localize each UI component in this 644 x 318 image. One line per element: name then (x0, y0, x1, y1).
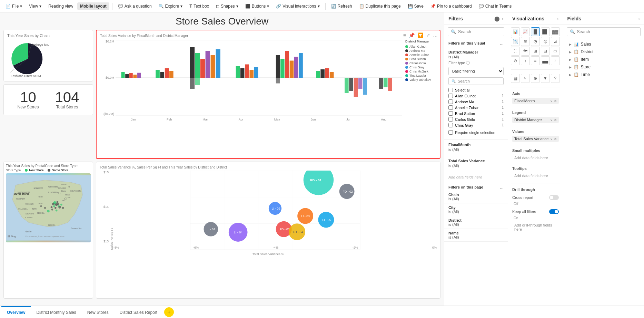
filter-item[interactable]: Carlos Grilo 1 (448, 116, 504, 122)
toolbar-explore[interactable]: 🔍 Explore ▾ (156, 2, 186, 10)
small-multiples-add[interactable]: Add data fields here (512, 155, 559, 161)
viz-matrix-btn[interactable]: ⊟ (541, 47, 550, 56)
name-filter[interactable]: Name is (All) (444, 229, 508, 242)
map-visual[interactable]: Gulf of ⊞ Bing © 2021 TomTom, © 2021 Mic… (6, 173, 91, 242)
viz-treemap-btn[interactable]: ▦ (511, 74, 520, 83)
legend-field-item[interactable]: District Manager ∨ ✕ (512, 117, 559, 123)
scatter-chart-card[interactable]: Total Sales Variance %, Sales Per Sq Ft … (96, 162, 440, 299)
filter-item[interactable]: Annelie Zubar 1 (448, 105, 504, 110)
viz-kpi-btn[interactable]: ↑ (521, 56, 530, 65)
viz-filter-visual-btn[interactable]: ▼ (541, 74, 550, 83)
values-field-remove[interactable]: ✕ (554, 137, 557, 141)
viz-waterfall-btn[interactable]: ▄▄ (541, 56, 550, 65)
filter-item[interactable]: Allan Guinot 1 (448, 93, 504, 99)
cross-report-toggle[interactable] (549, 195, 559, 200)
require-single-checkbox[interactable] (448, 130, 453, 135)
chart-menu-icon[interactable]: ≡ (403, 32, 406, 38)
filter-search-input[interactable] (458, 29, 510, 34)
filter-checkbox[interactable] (448, 105, 453, 110)
viz-slicer-btn[interactable]: ≡ (531, 56, 540, 65)
chevron-down-icon[interactable]: ∨ (550, 99, 553, 103)
filter-type-info-icon[interactable]: ⓘ (466, 61, 470, 65)
district-filter[interactable]: District is (All) (444, 216, 508, 229)
filter-select-all[interactable]: Select all (448, 87, 504, 93)
viz-area-btn[interactable]: 📉 (511, 37, 520, 46)
viz-scatter-btn[interactable]: ⁚⁚ (511, 47, 520, 56)
viz-ribbon-btn[interactable]: ≀ (551, 56, 560, 65)
menu-view[interactable]: View ▾ (26, 2, 44, 10)
select-all-checkbox[interactable] (448, 88, 453, 92)
field-group-item[interactable]: ▶ 📋 Item (567, 56, 640, 63)
chart-more-icon[interactable]: … (433, 32, 438, 38)
chevron-down-icon[interactable]: ∨ (550, 118, 553, 122)
filter-item[interactable]: Brad Sutton 1 (448, 110, 504, 116)
chart-pin-icon[interactable]: 📌 (409, 32, 415, 38)
fields-panel-collapse[interactable]: › (638, 16, 640, 21)
viz-decomp-btn[interactable]: ⑂ (521, 74, 530, 83)
toolbar-shapes[interactable]: ◻ Shapes ▾ (213, 2, 241, 10)
viz-gauge-btn[interactable]: ⊙ (511, 56, 520, 65)
viz-map-btn[interactable]: 🗺 (521, 47, 530, 56)
filter-inner-input[interactable] (458, 79, 505, 83)
chevron-down-icon[interactable]: ∨ (550, 137, 553, 141)
viz-donut-btn[interactable]: ◎ (541, 37, 550, 46)
menu-mobile-layout[interactable]: Mobile layout (77, 2, 109, 10)
field-group-store[interactable]: ▶ 📋 Store (567, 63, 640, 71)
toolbar-chat[interactable]: 💬 Chat in Teams (476, 2, 514, 10)
field-group-district[interactable]: ▶ 📋 District (567, 48, 640, 56)
filter-checkbox[interactable] (448, 94, 453, 98)
filter-inner-search[interactable]: 🔍 (448, 77, 504, 85)
filter-checkbox[interactable] (448, 111, 453, 116)
toolbar-refresh[interactable]: 🔄 Refresh (328, 2, 355, 10)
field-group-sales[interactable]: ▶ 📊 Sales (567, 40, 640, 48)
chart-filter-icon[interactable]: 🔽 (417, 32, 423, 38)
viz-clustered-bar-btn[interactable]: ▐▌ (531, 27, 540, 36)
viz-pie-btn[interactable]: ◔ (531, 37, 540, 46)
chart-expand-icon[interactable]: ⤢ (426, 32, 430, 38)
filter-type-select[interactable]: Basic filtering Advanced filtering (448, 67, 504, 75)
tab-add-button[interactable]: + (164, 307, 174, 317)
axis-field-item[interactable]: FiscalMonth ∨ ✕ (512, 98, 559, 104)
menu-file[interactable]: 📄 File ▾ (3, 2, 25, 10)
viz-stacked-bar-btn[interactable]: █▌ (541, 27, 550, 36)
toolbar-text-box[interactable]: T Text box (187, 2, 212, 10)
viz-100-bar-btn[interactable]: ▓▓ (551, 27, 560, 36)
menu-reading-view[interactable]: Reading view (46, 2, 76, 10)
filter-checkbox[interactable] (448, 117, 453, 122)
viz-line-chart-btn[interactable]: 📈 (521, 27, 530, 36)
fields-search-box[interactable]: 🔍 (567, 27, 641, 36)
viz-panel-expand[interactable]: › (557, 16, 559, 21)
pie-chart[interactable]: Fashions Direct $16M Lindseys $6M (7, 40, 49, 78)
filter-checkbox[interactable] (448, 123, 453, 127)
legend-field-remove[interactable]: ✕ (554, 118, 557, 122)
keep-all-filters-toggle[interactable] (549, 209, 559, 214)
toolbar-buttons[interactable]: ⬛ Buttons ▾ (242, 2, 272, 10)
filter-expand-icon[interactable]: › (502, 16, 504, 21)
viz-card-btn[interactable]: ▭ (551, 47, 560, 56)
toolbar-ask-question[interactable]: 💬 Ask a question (115, 2, 155, 10)
axis-field-remove[interactable]: ✕ (554, 99, 557, 103)
viz-qna-btn[interactable]: ? (551, 74, 560, 83)
viz-bar-chart-btn[interactable]: 📊 (511, 27, 520, 36)
tab-district-sales-report[interactable]: District Sales Report (114, 306, 163, 318)
viz-table-btn[interactable]: ⊞ (531, 47, 540, 56)
toolbar-pin[interactable]: 📌 Pin to a dashboard (428, 2, 475, 10)
bar-chart-card[interactable]: ≡ 📌 🔽 ⤢ … Total Sales Variance by Fiscal… (96, 30, 440, 159)
filter-item[interactable]: Andrew Ma 1 (448, 99, 504, 105)
viz-funnel-btn[interactable]: ⊿ (551, 37, 560, 46)
tab-new-stores[interactable]: New Stores (82, 306, 114, 318)
field-group-time[interactable]: ▶ 📋 Time (567, 71, 640, 78)
fields-search-input[interactable] (577, 29, 637, 34)
tooltips-add[interactable]: Add data fields here (512, 173, 559, 179)
city-filter[interactable]: City is (All) (444, 203, 508, 216)
tab-district-monthly-sales[interactable]: District Monthly Sales (31, 306, 81, 318)
filter-collapse-icon[interactable]: ⬤ (494, 16, 500, 21)
filter-search-box[interactable]: 🔍 (448, 27, 504, 36)
toolbar-duplicate[interactable]: 📋 Duplicate this page (356, 2, 404, 10)
filters-on-page-more[interactable]: … (500, 185, 504, 189)
toolbar-visual-interactions[interactable]: 🔗 Visual interactions ▾ (273, 2, 322, 10)
values-field-item[interactable]: Total Sales Variance ∨ ✕ (512, 136, 559, 142)
filter-checkbox[interactable] (448, 99, 453, 104)
drill-through-add[interactable]: Add drill-through fields here (512, 222, 559, 232)
viz-ais-btn[interactable]: ⊕ (531, 74, 540, 83)
